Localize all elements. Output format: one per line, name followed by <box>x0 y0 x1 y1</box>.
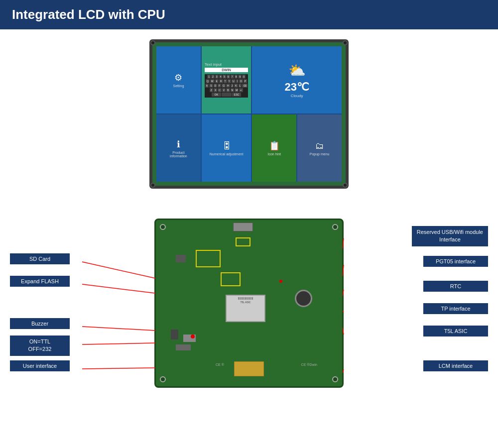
tile-numerical: 🎛 Numerical adjustment <box>202 114 251 182</box>
svg-line-3 <box>82 343 155 344</box>
label-reserved-usb: Reserved USB/Wifi moduleInterface <box>412 226 488 246</box>
label-lcm-interface: LCM interface <box>423 360 488 371</box>
icon-hint-icon: 📋 <box>269 140 280 151</box>
tile-setting: ⚙ Setting <box>156 46 201 113</box>
pcb-highlight-3 <box>236 237 250 246</box>
ce-mark: CE ® <box>216 363 224 366</box>
lcd-display: ⚙ Setting Text input DWIN 1234567890 QWE… <box>149 39 349 189</box>
label-pgt05: PGT05 interface <box>423 256 488 267</box>
setting-icon: ⚙ <box>174 72 182 83</box>
label-rtc: RTC <box>423 281 488 292</box>
svg-line-0 <box>82 262 155 278</box>
pcb-mount-tr <box>332 224 338 230</box>
brand-mark: CE ®Dwin <box>301 363 317 366</box>
sensor-component <box>295 290 312 307</box>
mount-hole-br <box>343 183 348 188</box>
tile-popup: 🗂 Popup menu <box>297 114 342 182</box>
mount-hole-bl <box>150 183 155 188</box>
product-icon: ℹ <box>177 139 180 150</box>
numerical-icon: 🎛 <box>222 141 231 151</box>
pcb-mount-bl <box>160 376 166 382</box>
pcb-section: |||||||||||||||||||| T5L ASIC CE ® CE ®D… <box>10 199 488 408</box>
pcb-highlight-1 <box>196 250 221 267</box>
small-comp-4 <box>176 344 191 350</box>
main-content: ⚙ Setting Text input DWIN 1234567890 QWE… <box>0 29 498 413</box>
label-sd-card: SD Card <box>10 253 70 264</box>
pcb-highlight-2 <box>221 272 241 286</box>
tile-icon-hint: 📋 Icon hint <box>252 114 296 182</box>
weather-icon: ⛅ <box>288 62 306 79</box>
indicator-2 <box>279 280 282 283</box>
page-title: Integrated LCD with CPU <box>12 7 486 22</box>
mount-hole-tl <box>150 40 155 45</box>
pcb-mount-br <box>332 376 338 382</box>
small-comp-1 <box>176 255 186 262</box>
tile-product: ℹ Productinformation <box>156 114 201 182</box>
main-chip: |||||||||||||||||||| T5L ASIC <box>226 295 265 322</box>
fpc-connector <box>234 361 264 376</box>
pcb-board: |||||||||||||||||||| T5L ASIC CE ® CE ®D… <box>154 219 344 388</box>
tile-weather: ⛅ 23℃ Cloudy <box>252 46 342 113</box>
usb-header <box>233 223 253 231</box>
buzzer-indicator <box>191 335 195 338</box>
pcb-mount-tl <box>160 224 166 230</box>
small-comp-2 <box>171 330 178 339</box>
mount-hole-tr <box>343 40 348 45</box>
svg-line-2 <box>82 327 155 331</box>
label-tp-interface: TP interface <box>423 303 488 314</box>
page-header: Integrated LCD with CPU <box>0 0 498 29</box>
label-expand-flash: Expand FLASH <box>10 276 70 287</box>
lcd-screen: ⚙ Setting Text input DWIN 1234567890 QWE… <box>156 46 342 182</box>
svg-line-1 <box>82 284 155 293</box>
label-t5l-asic: T5L ASIC <box>423 326 488 336</box>
popup-icon: 🗂 <box>315 141 324 151</box>
label-buzzer: Buzzer <box>10 318 70 329</box>
label-user-interface: User interface <box>10 360 70 371</box>
label-on-ttl: ON=TTLOFF=232 <box>10 336 70 356</box>
svg-line-4 <box>82 368 155 369</box>
keyboard: 1234567890 QWERTYUIOP ASDFGHJKL⌫ ZXCVBNM… <box>205 74 249 98</box>
tile-text-input: Text input DWIN 1234567890 QWERTYUIOP AS… <box>202 46 251 113</box>
